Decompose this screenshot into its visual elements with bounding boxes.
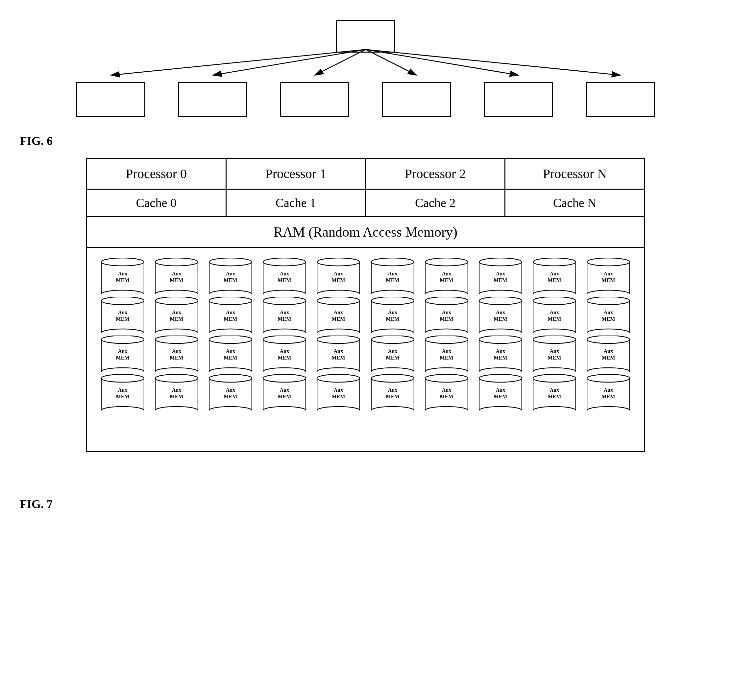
svg-text:MEM: MEM xyxy=(494,277,507,283)
svg-text:MEM: MEM xyxy=(440,316,453,322)
aux-cylinder-r4-c7: Aux MEM xyxy=(475,374,526,410)
svg-text:MEM: MEM xyxy=(170,394,183,399)
svg-text:MEM: MEM xyxy=(602,355,615,360)
svg-text:Aux: Aux xyxy=(550,349,559,354)
aux-cylinder-r3-c3: Aux MEM xyxy=(259,335,310,372)
aux-cylinder-r2-c1: Aux MEM xyxy=(151,297,202,333)
svg-point-44 xyxy=(479,258,522,266)
processor-0-cell: Processor 0 xyxy=(87,158,226,189)
svg-text:MEM: MEM xyxy=(332,277,345,283)
svg-point-34 xyxy=(371,258,414,266)
svg-line-2 xyxy=(213,50,366,75)
fig6-box-6 xyxy=(586,82,655,117)
svg-line-1 xyxy=(111,50,366,75)
svg-point-139 xyxy=(425,335,468,343)
aux-cylinder-r4-c2: Aux MEM xyxy=(205,374,256,410)
svg-text:MEM: MEM xyxy=(548,277,561,283)
aux-row-1: Aux MEM Aux MEM Aux MEM Aux MEM xyxy=(97,258,634,294)
svg-text:MEM: MEM xyxy=(548,316,561,322)
processor-table: Processor 0 Processor 1 Processor 2 Proc… xyxy=(86,158,645,217)
svg-point-29 xyxy=(317,258,360,266)
fig6-bottom-row xyxy=(70,82,662,117)
svg-point-149 xyxy=(533,335,576,343)
svg-text:Aux: Aux xyxy=(172,349,181,354)
svg-text:Aux: Aux xyxy=(280,387,289,393)
svg-text:MEM: MEM xyxy=(494,355,507,360)
svg-point-159 xyxy=(101,374,144,382)
processor-1-cell: Processor 1 xyxy=(226,158,366,189)
fig6-box-1 xyxy=(76,82,145,117)
aux-cylinder-r4-c5: Aux MEM xyxy=(367,374,418,410)
svg-point-74 xyxy=(263,297,306,305)
svg-text:MEM: MEM xyxy=(116,316,129,322)
svg-text:MEM: MEM xyxy=(332,355,345,360)
fig6-box-5 xyxy=(484,82,553,117)
svg-text:MEM: MEM xyxy=(332,394,345,399)
svg-point-84 xyxy=(371,297,414,305)
fig6-top-node xyxy=(336,20,395,53)
svg-point-104 xyxy=(587,297,630,305)
svg-text:Aux: Aux xyxy=(334,349,343,354)
svg-text:MEM: MEM xyxy=(170,316,183,322)
fig6-label: FIG. 6 xyxy=(20,134,53,148)
fig7-label: FIG. 7 xyxy=(20,497,53,511)
aux-cylinder-r4-c4: Aux MEM xyxy=(313,374,364,410)
svg-text:Aux: Aux xyxy=(550,271,559,277)
svg-text:Aux: Aux xyxy=(118,310,127,315)
aux-cylinder-r3-c4: Aux MEM xyxy=(313,335,364,372)
aux-cylinder-r2-c8: Aux MEM xyxy=(529,297,580,333)
aux-cylinder-r2-c0: Aux MEM xyxy=(97,297,148,333)
svg-point-154 xyxy=(587,335,630,343)
svg-text:Aux: Aux xyxy=(172,387,181,393)
svg-point-59 xyxy=(101,297,144,305)
svg-point-114 xyxy=(155,335,198,343)
svg-text:Aux: Aux xyxy=(118,271,127,277)
svg-line-6 xyxy=(366,50,621,75)
svg-text:Aux: Aux xyxy=(550,387,559,393)
processor-n-cell: Processor N xyxy=(505,158,644,189)
aux-cylinder-r1-c7: Aux MEM xyxy=(475,258,526,294)
svg-text:MEM: MEM xyxy=(116,355,129,360)
aux-cylinder-r2-c6: Aux MEM xyxy=(421,297,472,333)
aux-row-2: Aux MEM Aux MEM Aux MEM Aux MEM xyxy=(97,297,634,333)
svg-line-4 xyxy=(366,50,417,75)
svg-point-109 xyxy=(101,335,144,343)
svg-text:Aux: Aux xyxy=(226,310,235,315)
svg-point-49 xyxy=(533,258,576,266)
svg-text:MEM: MEM xyxy=(170,355,183,360)
svg-text:Aux: Aux xyxy=(388,349,397,354)
svg-text:MEM: MEM xyxy=(386,355,399,360)
svg-text:Aux: Aux xyxy=(604,310,613,315)
svg-text:Aux: Aux xyxy=(496,310,505,315)
svg-point-169 xyxy=(209,374,252,382)
aux-cylinder-r4-c6: Aux MEM xyxy=(421,374,472,410)
aux-cylinder-r3-c9: Aux MEM xyxy=(583,335,634,372)
aux-cylinder-r1-c3: Aux MEM xyxy=(259,258,310,294)
aux-cylinder-r1-c0: Aux MEM xyxy=(97,258,148,294)
svg-text:MEM: MEM xyxy=(278,355,291,360)
svg-text:Aux: Aux xyxy=(388,271,397,277)
svg-point-189 xyxy=(425,374,468,382)
svg-text:MEM: MEM xyxy=(440,277,453,283)
svg-point-124 xyxy=(263,335,306,343)
svg-text:MEM: MEM xyxy=(278,277,291,283)
aux-cylinder-r1-c5: Aux MEM xyxy=(367,258,418,294)
svg-text:Aux: Aux xyxy=(496,271,505,277)
aux-row-4: Aux MEM Aux MEM Aux MEM Aux MEM xyxy=(97,374,634,410)
aux-row-3: Aux MEM Aux MEM Aux MEM Aux MEM xyxy=(97,335,634,372)
svg-text:MEM: MEM xyxy=(278,316,291,322)
svg-text:Aux: Aux xyxy=(442,310,451,315)
aux-cylinder-r2-c3: Aux MEM xyxy=(259,297,310,333)
aux-cylinder-r3-c2: Aux MEM xyxy=(205,335,256,372)
aux-cylinder-r4-c3: Aux MEM xyxy=(259,374,310,410)
svg-text:Aux: Aux xyxy=(172,271,181,277)
aux-cylinder-r3-c8: Aux MEM xyxy=(529,335,580,372)
svg-line-5 xyxy=(366,50,518,75)
svg-text:MEM: MEM xyxy=(224,355,238,360)
aux-cylinder-r1-c9: Aux MEM xyxy=(583,258,634,294)
svg-point-69 xyxy=(209,297,252,305)
fig7-wrapper: Processor 0 Processor 1 Processor 2 Proc… xyxy=(0,158,731,485)
aux-cylinder-r3-c6: Aux MEM xyxy=(421,335,472,372)
aux-cylinder-r1-c8: Aux MEM xyxy=(529,258,580,294)
svg-text:Aux: Aux xyxy=(118,387,127,393)
